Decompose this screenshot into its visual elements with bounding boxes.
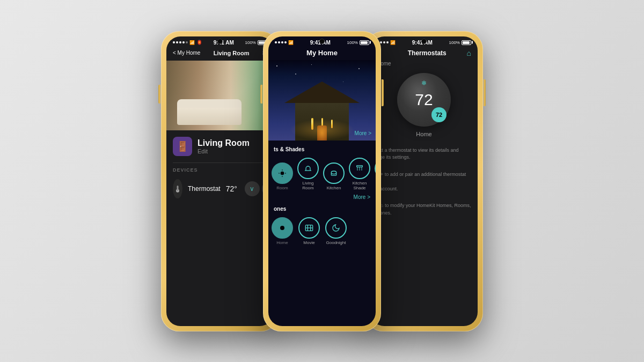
thermostat-temp: 72° [226,184,237,193]
time-1: 9:41 AM [214,40,234,46]
wifi-icon-3: 📶 [390,40,396,45]
p1-header: < My Home Living Room ≡ [166,47,274,61]
room-image [166,61,274,130]
thermostat-dial: ❄ 72 72 [397,73,451,127]
scenes-row: Home Movie Goodnight [268,214,376,248]
svg-point-17 [280,226,284,230]
phone2-screen: 📶 9:41 AM 100% My Home [268,36,376,326]
goodnight-circle [325,217,347,239]
desc-line-2: nge its settings. [377,154,471,161]
home-label-3: Home [370,60,478,68]
battery-label-1: 100% [245,40,256,45]
phone-center: 📶 9:41 AM 100% My Home [263,31,381,331]
temperature-display: 72 [415,91,433,109]
thermostats-title: Thermostats [387,49,467,57]
phones-container: 📶 🏮 9:41 AM 100% < My Home Living Room ≡ [145,31,499,331]
battery-icon-2 [360,40,369,45]
living-room-circle [297,158,319,179]
thermostat-name: Thermostat [188,185,221,193]
kitchen-shade-circle [349,158,370,179]
back-label-1: < My Home [173,50,200,56]
more-link-1[interactable]: More > [354,194,370,200]
lights-icons-row: Room LivingRoom Kitchen [268,154,376,193]
living-room-label: LivingRoom [302,181,313,191]
kitchen-shade-icon[interactable]: KitchenShade [349,158,370,191]
camera-left [217,39,223,44]
house-image: More > [268,60,376,141]
phone-left: 📶 🏮 9:41 AM 100% < My Home Living Room ≡ [161,31,279,331]
front-porch-circle [375,158,376,179]
front-porch-icon[interactable]: FrontPorch [375,158,376,191]
p3-header: Thermostats ⌂ [370,47,478,60]
wifi-icon-2: 📶 [288,40,294,45]
thermostat-icon [173,179,182,198]
battery-icon-3 [462,40,471,45]
svg-point-7 [331,171,336,174]
edit-button[interactable]: Edit [197,148,250,154]
camera-right [421,39,427,44]
battery-label-2: 100% [347,40,358,45]
p2-header: My Home [268,47,376,60]
desc-line-1: ect a thermostat to view its details and [377,147,471,154]
phone3-screen: 📶 9:41 AM 100% Thermostats ⌂ Home [370,36,478,326]
room-icon: 🚪 [173,137,192,156]
thermostat-description: ect a thermostat to view its details and… [370,143,478,221]
thermo-name: Home [416,131,431,137]
svg-rect-1 [177,186,179,191]
desc-line-5: k ⌂ to modify your HomeKit Homes, Rooms, [377,202,471,210]
kitchen-shade-label: KitchenShade [353,181,367,191]
partial-zone-circle [272,217,293,239]
room-header-title: Living Room [214,50,250,56]
goodnight-icon[interactable]: Goodnight [325,217,347,246]
phone1-screen: 📶 🏮 9:41 AM 100% < My Home Living Room ≡ [166,36,274,326]
signal-dots-2 [275,41,287,43]
section1-title: ts & Shades [274,146,304,152]
section-lights: ts & Shades [268,141,376,154]
room-info: 🚪 Living Room Edit [166,130,274,162]
section2-title: ones [274,206,286,212]
phone-right: 📶 9:41 AM 100% Thermostats ⌂ Home [365,31,483,331]
goodnight-label: Goodnight [326,240,346,246]
thermostat-row[interactable]: Thermostat 72° ∨ ∧ [166,175,274,203]
movie-label: Movie [303,240,314,246]
movie-circle [298,217,320,239]
partial-zone-icon[interactable]: Home [272,217,293,246]
snowflake-icon: ❄ [421,79,427,87]
camera-center [319,39,325,44]
temp-down-btn[interactable]: ∨ [245,181,260,196]
devices-label: DEVICES [166,163,274,175]
desc-line-4: r account. [377,186,471,193]
wifi-icon: 📶 [189,40,195,45]
temp-badge: 72 [431,107,447,122]
section-zones: ones [268,201,376,214]
more-row-1: More > [268,193,376,201]
home-icon-3[interactable]: ⌂ [467,49,471,57]
desc-line-6: Zones. [377,210,471,217]
signal-dots [173,41,188,43]
sofa-decoration [177,104,241,125]
kitchen-circle [323,162,345,184]
room-label: Room [276,186,288,191]
thermostat-display[interactable]: ❄ 72 72 Home [370,68,478,143]
battery-label-3: 100% [449,40,460,45]
back-button-1[interactable]: < My Home [173,50,200,56]
kitchen-label: Kitchen [327,186,341,191]
my-home-title: My Home [306,49,338,57]
desc-line-3: k + to add or pair an additional thermos… [377,171,471,186]
room-icon-circle [272,162,293,184]
living-room-icon[interactable]: LivingRoom [297,158,319,191]
more-button-top[interactable]: More > [355,130,371,136]
kitchen-icon[interactable]: Kitchen [323,162,345,191]
svg-point-2 [281,172,284,175]
room-icon-partial[interactable]: Room [272,162,293,191]
partial-zone-label: Home [276,240,288,246]
bluetooth-icon: 🏮 [196,40,202,45]
svg-rect-11 [357,165,363,167]
movie-icon[interactable]: Movie [298,217,320,246]
room-name: Living Room [197,138,250,148]
